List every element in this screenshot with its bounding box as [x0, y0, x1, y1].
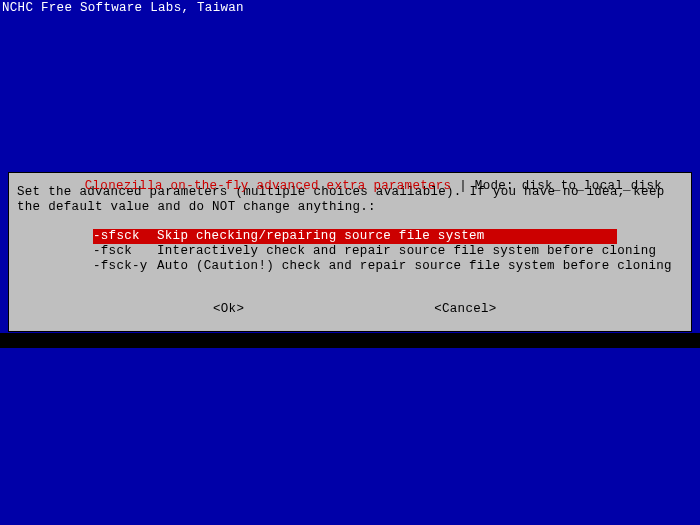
option-flag: -fsck-y [93, 259, 157, 274]
dialog-buttons: <Ok> <Cancel> [17, 302, 683, 317]
footer-bar [0, 333, 700, 348]
dialog-title-mode: Mode: disk_to_local_disk [475, 179, 662, 193]
option-flag: -fsck [93, 244, 157, 259]
header-text: NCHC Free Software Labs, Taiwan [0, 0, 700, 17]
option-row[interactable]: -fsckInteractively check and repair sour… [93, 244, 683, 259]
option-row[interactable]: -fsck-yAuto (Caution!) check and repair … [93, 259, 683, 274]
cancel-button[interactable]: <Cancel> [434, 302, 496, 317]
option-desc: Auto (Caution!) check and repair source … [157, 259, 672, 273]
dialog-title-sep: | [451, 179, 474, 193]
option-desc: Interactively check and repair source fi… [157, 244, 656, 258]
option-flag: -sfsck [93, 229, 157, 244]
dialog-title-main: Clonezilla on-the-fly advanced extra par… [85, 179, 452, 193]
dialog-box: Clonezilla on-the-fly advanced extra par… [8, 172, 692, 332]
dialog-title: Clonezilla on-the-fly advanced extra par… [9, 164, 691, 209]
ok-button[interactable]: <Ok> [213, 302, 244, 317]
option-desc: Skip checking/repairing source file syst… [157, 229, 485, 243]
terminal-screen: NCHC Free Software Labs, Taiwan Clonezil… [0, 0, 700, 525]
option-row[interactable]: -sfsckSkip checking/repairing source fil… [93, 229, 617, 244]
options-list: -sfsckSkip checking/repairing source fil… [93, 229, 683, 274]
